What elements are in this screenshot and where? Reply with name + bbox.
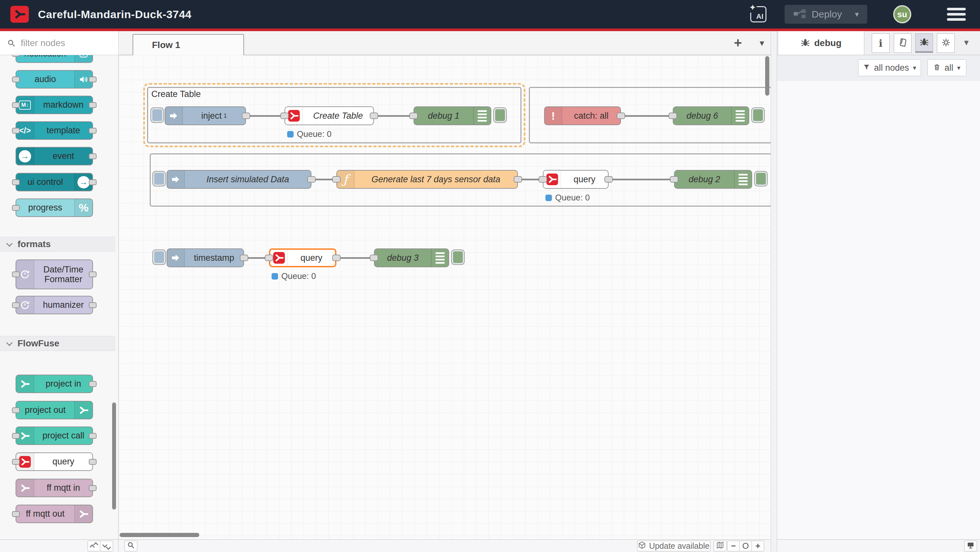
canvas-vertical-scrollbar[interactable] xyxy=(765,56,769,96)
input-port[interactable] xyxy=(370,255,378,261)
inject-trigger-button[interactable] xyxy=(153,250,165,264)
palette-node-project-out[interactable]: project out xyxy=(16,401,93,420)
input-port[interactable] xyxy=(668,113,677,119)
debug-filter-button[interactable]: all nodes ▾ xyxy=(858,59,921,76)
output-port[interactable] xyxy=(514,176,522,183)
palette-search[interactable] xyxy=(0,31,118,55)
input-port[interactable] xyxy=(12,511,20,517)
input-port[interactable] xyxy=(12,433,20,439)
sidebar-tab-debug[interactable]: debug xyxy=(778,31,864,55)
debug-tab-button[interactable] xyxy=(915,34,933,53)
ai-assistant-button[interactable]: ✦ AI xyxy=(750,6,767,22)
palette-node-humanizer[interactable]: humanizer xyxy=(16,296,93,314)
palette-category-formats[interactable]: formats xyxy=(0,237,115,252)
help-tab-button[interactable] xyxy=(894,34,912,53)
canvas-horizontal-scrollbar[interactable] xyxy=(119,533,199,537)
node-create-table[interactable]: Create Table xyxy=(285,106,374,125)
output-port[interactable] xyxy=(89,179,97,185)
input-port[interactable] xyxy=(280,113,289,119)
node-debug-3[interactable]: debug 3 xyxy=(374,249,449,267)
palette-node-ff-mqtt-out[interactable]: ff mqtt out xyxy=(16,505,93,523)
input-port[interactable] xyxy=(409,113,418,119)
node-inject-1[interactable]: inject1 xyxy=(165,106,246,125)
output-port[interactable] xyxy=(605,176,613,183)
open-dashboard-button[interactable] xyxy=(964,541,977,551)
debug-toggle-button[interactable] xyxy=(452,250,464,264)
output-port[interactable] xyxy=(89,381,97,387)
wire[interactable] xyxy=(336,257,374,259)
input-port[interactable] xyxy=(670,176,678,183)
input-port[interactable] xyxy=(12,128,20,134)
palette-node-audio[interactable]: audio xyxy=(16,70,93,89)
input-port[interactable] xyxy=(12,302,20,308)
input-port[interactable] xyxy=(12,407,20,413)
input-port[interactable] xyxy=(12,205,20,211)
input-port[interactable] xyxy=(12,179,20,185)
output-port[interactable] xyxy=(89,128,97,134)
palette-node-template[interactable]: </>template xyxy=(16,121,93,140)
node-timestamp[interactable]: timestamp xyxy=(167,249,244,267)
zoom-in-button[interactable]: + xyxy=(752,541,764,551)
deploy-dropdown-caret-icon[interactable]: ▾ xyxy=(855,10,859,19)
sidebar-splitter[interactable] xyxy=(771,31,777,552)
output-port[interactable] xyxy=(89,459,97,465)
input-port[interactable] xyxy=(12,271,20,277)
sidebar-tabs-caret-icon[interactable]: ▾ xyxy=(964,37,969,48)
wire[interactable] xyxy=(374,115,414,117)
output-port[interactable] xyxy=(332,255,340,261)
node-query-3[interactable]: query xyxy=(269,249,336,267)
palette-node-query[interactable]: query xyxy=(16,452,93,471)
wire[interactable] xyxy=(609,179,674,180)
debug-toggle-button[interactable] xyxy=(752,108,764,122)
input-port[interactable] xyxy=(332,176,340,183)
input-port[interactable] xyxy=(12,459,20,465)
output-port[interactable] xyxy=(617,113,625,119)
palette-filter-input[interactable] xyxy=(20,38,98,49)
palette-node-ff-mqtt-in[interactable]: ff mqtt in xyxy=(16,479,93,497)
palette-collapse-down-button[interactable] xyxy=(100,541,113,551)
output-port[interactable] xyxy=(89,433,97,439)
palette-scrollbar[interactable] xyxy=(112,402,116,509)
input-port[interactable] xyxy=(539,176,547,183)
input-port[interactable] xyxy=(12,102,20,108)
flow-tab[interactable]: Flow 1 xyxy=(132,34,244,55)
zoom-reset-button[interactable]: O xyxy=(740,541,752,551)
wire[interactable] xyxy=(621,115,673,117)
minimap-button[interactable] xyxy=(714,541,727,551)
deploy-button[interactable]: Deploy ▾ xyxy=(784,5,867,24)
main-menu-button[interactable] xyxy=(947,8,966,21)
node-debug-6[interactable]: debug 6 xyxy=(673,106,749,125)
flow-list-caret-icon[interactable]: ▾ xyxy=(754,36,770,51)
debug-toggle-button[interactable] xyxy=(755,172,767,186)
input-port[interactable] xyxy=(265,255,273,261)
output-port[interactable] xyxy=(89,153,97,159)
add-flow-button[interactable]: + xyxy=(730,36,746,51)
palette-node-markdown[interactable]: M↓markdown xyxy=(16,96,93,114)
palette-node-project-in[interactable]: project in xyxy=(16,375,93,393)
info-tab-button[interactable]: i xyxy=(872,34,889,53)
node-query-2[interactable]: query xyxy=(543,170,609,189)
output-port[interactable] xyxy=(307,176,316,183)
palette-node-date-time-formatter[interactable]: Date/Time Formatter xyxy=(16,260,93,289)
zoom-out-button[interactable]: − xyxy=(727,541,740,551)
palette-node-event[interactable]: →event xyxy=(16,147,93,165)
output-port[interactable] xyxy=(89,271,97,277)
palette-node-ui-control[interactable]: ui control→ xyxy=(16,173,93,191)
debug-clear-button[interactable]: all ▾ xyxy=(928,59,966,76)
debug-toggle-button[interactable] xyxy=(494,108,506,122)
output-port[interactable] xyxy=(89,302,97,308)
output-port[interactable] xyxy=(89,102,97,108)
inject-trigger-button[interactable] xyxy=(153,172,165,186)
node-debug-2[interactable]: debug 2 xyxy=(674,170,752,189)
palette-scroll-area[interactable]: notificationaudioM↓markdown</>template→e… xyxy=(0,55,118,526)
node-generate-sensor-data[interactable]: ƒGenerate last 7 days sensor data xyxy=(336,170,518,189)
inject-trigger-button[interactable] xyxy=(151,108,163,122)
config-tab-button[interactable] xyxy=(937,34,955,53)
node-insert-simulated-data[interactable]: Insert simulated Data xyxy=(167,170,312,189)
palette-node-progress[interactable]: progress% xyxy=(16,198,93,217)
input-port[interactable] xyxy=(12,55,20,57)
output-port[interactable] xyxy=(242,113,250,119)
user-avatar[interactable]: su xyxy=(893,5,911,23)
wire[interactable] xyxy=(246,115,285,117)
node-catch-all[interactable]: !catch: all xyxy=(544,106,621,125)
